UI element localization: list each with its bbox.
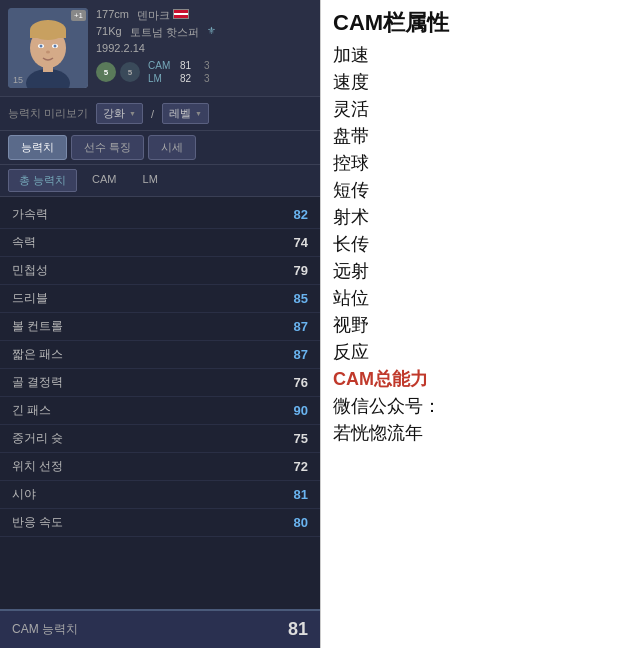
stats-list: 가속력 82 속력 74 민첩성 79 드리블 85 볼 컨트롤 87 짧은 패…: [0, 197, 320, 609]
right-panel: CAM栏属性 加速速度灵活盘带控球短传射术长传远射站位视野反应CAM总能力微信公…: [320, 0, 644, 648]
separator: /: [151, 108, 154, 120]
tab-0[interactable]: 능력치: [8, 135, 67, 160]
player-weight: 71Kg: [96, 25, 122, 40]
tab-1[interactable]: 선수 특징: [71, 135, 144, 160]
player-number-text: 15: [13, 75, 23, 85]
right-item-11: 反应: [333, 339, 632, 366]
stat-name-11: 반응 속도: [12, 514, 278, 531]
right-panel-title: CAM栏属性: [333, 8, 632, 38]
right-item-6: 射术: [333, 204, 632, 231]
svg-point-10: [46, 51, 50, 54]
position-badges: 5 5 CAM 81 3 LM 82 3: [96, 60, 312, 84]
stat-row-9: 위치 선정 72: [0, 453, 320, 481]
enhance-dropdown[interactable]: 강화: [96, 103, 143, 124]
stat-name-2: 민첩성: [12, 262, 278, 279]
pos-score-cam: CAM 81 3: [148, 60, 210, 71]
team-icon: ⚜: [207, 25, 216, 40]
stat-row-4: 볼 컨트롤 87: [0, 313, 320, 341]
stat-name-3: 드리블: [12, 290, 278, 307]
level-dropdown[interactable]: 레벨: [162, 103, 209, 124]
controls-row: 능력치 미리보기 강화 / 레벨: [0, 97, 320, 131]
stat-val-11: 80: [278, 515, 308, 530]
stat-name-9: 위치 선정: [12, 458, 278, 475]
player-birthdate-row: 1992.2.14: [96, 42, 312, 54]
player-country: 덴마크: [137, 9, 170, 21]
denmark-flag-icon: [173, 9, 189, 19]
stat-name-4: 볼 컨트롤: [12, 318, 278, 335]
stat-val-10: 81: [278, 487, 308, 502]
player-birthdate: 1992.2.14: [96, 42, 145, 54]
stat-val-6: 76: [278, 375, 308, 390]
total-row: CAM 능력치 81: [0, 609, 320, 648]
right-item-14: 若恍惚流年: [333, 420, 632, 447]
right-item-0: 加速: [333, 42, 632, 69]
stat-row-1: 속력 74: [0, 229, 320, 257]
stat-name-10: 시야: [12, 486, 278, 503]
stat-row-2: 민첩성 79: [0, 257, 320, 285]
player-plus-badge: +1: [71, 10, 86, 21]
stat-row-3: 드리블 85: [0, 285, 320, 313]
pos-badge-1: 5: [96, 62, 116, 82]
stat-name-5: 짧은 패스: [12, 346, 278, 363]
player-physical-stats: 177cm 덴마크: [96, 8, 189, 23]
flag-container: 덴마크: [137, 8, 189, 23]
tab-2[interactable]: 시세: [148, 135, 196, 160]
total-label: CAM 능력치: [12, 621, 288, 638]
stat-val-2: 79: [278, 263, 308, 278]
right-panel-items: 加速速度灵活盘带控球短传射术长传远射站位视野反应CAM总能力微信公众号：若恍惚流…: [333, 42, 632, 447]
pos-score-lm: LM 82 3: [148, 73, 210, 84]
right-item-7: 长传: [333, 231, 632, 258]
stat-row-0: 가속력 82: [0, 201, 320, 229]
pos-scores: CAM 81 3 LM 82 3: [148, 60, 210, 84]
player-number-badge: 15: [10, 74, 26, 86]
right-item-4: 控球: [333, 150, 632, 177]
player-weight-team: 71Kg 토트넘 핫스퍼 ⚜: [96, 25, 312, 40]
sub-tabs: 총 능력치CAMLM: [0, 165, 320, 197]
stat-row-7: 긴 패스 90: [0, 397, 320, 425]
right-item-9: 站位: [333, 285, 632, 312]
stat-val-3: 85: [278, 291, 308, 306]
stat-val-1: 74: [278, 235, 308, 250]
player-team: 토트넘 핫스퍼: [130, 25, 199, 40]
stat-row-5: 짧은 패스 87: [0, 341, 320, 369]
right-item-8: 远射: [333, 258, 632, 285]
stat-row-10: 시야 81: [0, 481, 320, 509]
stat-val-7: 90: [278, 403, 308, 418]
right-item-2: 灵活: [333, 96, 632, 123]
right-item-5: 短传: [333, 177, 632, 204]
left-panel: 15 +1 177cm 덴마크 71Kg 토트넘 핫스퍼 ⚜: [0, 0, 320, 648]
svg-point-9: [54, 45, 57, 48]
stat-val-0: 82: [278, 207, 308, 222]
total-val: 81: [288, 619, 308, 640]
stat-row-11: 반응 속도 80: [0, 509, 320, 537]
svg-point-8: [40, 45, 43, 48]
stat-name-6: 골 결정력: [12, 374, 278, 391]
right-item-3: 盘带: [333, 123, 632, 150]
right-item-10: 视野: [333, 312, 632, 339]
right-item-12: CAM总能力: [333, 366, 632, 393]
main-tabs: 능력치선수 특징시세: [0, 131, 320, 165]
stat-row-6: 골 결정력 76: [0, 369, 320, 397]
stat-val-4: 87: [278, 319, 308, 334]
player-header: 15 +1 177cm 덴마크 71Kg 토트넘 핫스퍼 ⚜: [0, 0, 320, 97]
pos-badge-2: 5: [120, 62, 140, 82]
stat-name-0: 가속력: [12, 206, 278, 223]
svg-rect-5: [30, 30, 66, 38]
right-item-13: 微信公众号：: [333, 393, 632, 420]
stat-name-7: 긴 패스: [12, 402, 278, 419]
stat-val-5: 87: [278, 347, 308, 362]
stat-name-8: 중거리 슛: [12, 430, 278, 447]
stat-val-8: 75: [278, 431, 308, 446]
subtab-2[interactable]: LM: [132, 169, 169, 192]
player-info: 177cm 덴마크 71Kg 토트넘 핫스퍼 ⚜ 1992.2.14 5: [96, 8, 312, 84]
subtab-0[interactable]: 총 능력치: [8, 169, 77, 192]
subtab-1[interactable]: CAM: [81, 169, 127, 192]
right-item-1: 速度: [333, 69, 632, 96]
stat-name-1: 속력: [12, 234, 278, 251]
player-height: 177cm: [96, 8, 129, 23]
controls-label: 능력치 미리보기: [8, 106, 88, 121]
stat-val-9: 72: [278, 459, 308, 474]
player-photo: 15 +1: [8, 8, 88, 88]
stat-row-8: 중거리 슛 75: [0, 425, 320, 453]
player-info-top: 177cm 덴마크: [96, 8, 312, 23]
